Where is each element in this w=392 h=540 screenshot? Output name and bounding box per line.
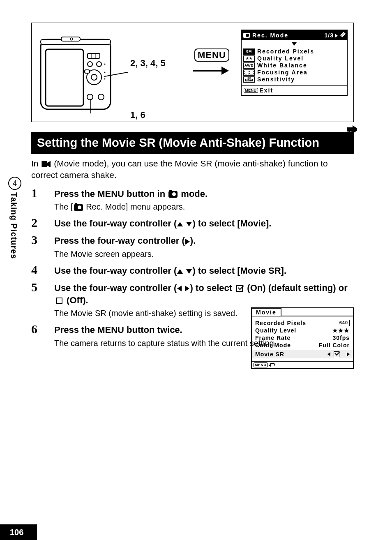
rec-mode-menu-header: Rec. Mode 1/3	[242, 30, 347, 40]
step-1: 1 Press the MENU button in mode. The [ R…	[31, 186, 354, 213]
menu-button-label: MENU	[244, 88, 258, 93]
triangle-down-icon	[186, 222, 192, 226]
page-number: 106	[0, 524, 37, 540]
triangle-left-icon	[177, 286, 182, 291]
camera-icon	[74, 204, 83, 211]
step-4: 4 Use the four-way controller ( ) to sel…	[31, 263, 354, 277]
triangle-down-icon	[186, 269, 192, 274]
movie-menu-title: Movie	[251, 308, 281, 316]
checkbox-checked-icon	[236, 285, 243, 292]
movie-menu-value: 30fps	[332, 335, 350, 341]
badge-stars-icon: ★★	[243, 55, 255, 62]
chevron-right-icon	[335, 34, 338, 38]
setup-icon	[339, 31, 347, 38]
diagram-box: 2, 3, 4, 5 1, 6 MENU Rec. Mode 1/3 8M Re…	[31, 23, 354, 122]
svg-point-8	[88, 62, 92, 67]
step-number: 5	[31, 280, 54, 319]
step-title: Use the four-way controller ( ) to selec…	[54, 282, 354, 306]
step-number: 4	[31, 263, 54, 277]
movie-menu-value: Full Color	[319, 342, 350, 348]
page-indicator: 1/3	[325, 32, 345, 39]
footer-exit-label: Exit	[260, 87, 274, 94]
movie-menu-row: Recorded Pixels 640	[255, 320, 350, 326]
movie-menu-value: ★★★	[332, 327, 350, 334]
movie-menu-label: Color Mode	[255, 342, 291, 348]
return-arrow-icon	[270, 363, 275, 367]
menu-button-label: MENU	[254, 362, 268, 367]
step-title: Press the MENU button in mode.	[54, 188, 354, 200]
step-description: The Movie screen appears.	[54, 249, 354, 260]
svg-point-24	[348, 132, 350, 134]
movie-menu-row: Color Mode Full Color	[255, 342, 350, 348]
side-tab: 4 Taking Pictures	[9, 177, 21, 259]
step-title: Use the four-way controller ( ) to selec…	[54, 217, 354, 230]
menu-item-label: Recorded Pixels	[257, 48, 314, 55]
movie-menu-label: Quality Level	[255, 327, 296, 334]
triangle-up-icon	[177, 222, 183, 226]
intro-text: In (Movie mode), you can use the Movie S…	[31, 158, 344, 181]
movie-menu-label: Frame Rate	[255, 335, 291, 341]
svg-rect-2	[61, 37, 80, 41]
movie-sr-row: Movie SR	[252, 350, 353, 358]
movie-menu-row: Frame Rate 30fps	[255, 335, 350, 341]
menu-item-label: Sensitivity	[257, 76, 295, 83]
rec-mode-footer: MENU Exit	[242, 85, 347, 95]
menu-item-label: White Balance	[257, 62, 307, 69]
step-number: 2	[31, 216, 54, 230]
movie-menu-footer: MENU	[252, 361, 353, 368]
svg-rect-4	[46, 49, 83, 106]
triangle-right-icon	[347, 352, 350, 356]
badge-focus-icon	[243, 69, 255, 76]
rec-mode-title: Rec. Mode	[252, 32, 288, 39]
svg-point-15	[104, 78, 106, 80]
badge-awb-icon: AWB	[243, 62, 255, 69]
movie-mode-tab-icon	[347, 125, 357, 134]
svg-point-14	[104, 72, 106, 73]
svg-point-18	[98, 94, 104, 100]
checkbox-empty-icon	[56, 298, 62, 304]
triangle-left-icon	[327, 352, 330, 356]
step-number: 6	[31, 322, 54, 349]
triangle-right-icon	[185, 239, 190, 245]
svg-rect-5	[88, 53, 100, 58]
menu-item: ISOAUTO Sensitivity	[243, 76, 345, 83]
step-number: 1	[31, 186, 54, 213]
step-description: The [ Rec. Mode] menu appears.	[54, 201, 354, 212]
movie-menu-row: Quality Level ★★★	[255, 327, 350, 334]
svg-marker-23	[221, 67, 229, 75]
triangle-up-icon	[177, 269, 183, 274]
step-title: Use the four-way controller ( ) to selec…	[54, 265, 354, 277]
svg-rect-12	[85, 70, 90, 73]
step-2: 2 Use the four-way controller ( ) to sel…	[31, 216, 354, 230]
step-3: 3 Press the four-way controller (). The …	[31, 233, 354, 260]
rec-mode-menu: Rec. Mode 1/3 8M Recorded Pixels ★★ Qual…	[241, 30, 348, 96]
triangle-right-icon	[185, 286, 189, 291]
page: 2, 3, 4, 5 1, 6 MENU Rec. Mode 1/3 8M Re…	[31, 23, 354, 352]
movie-sr-label: Movie SR	[255, 351, 284, 358]
svg-point-13	[104, 64, 106, 65]
camera-illustration	[37, 31, 128, 113]
checkbox-checked-icon	[334, 351, 339, 357]
chapter-number: 4	[8, 177, 21, 190]
svg-point-25	[351, 132, 353, 134]
svg-point-11	[91, 74, 97, 80]
svg-point-17	[89, 96, 91, 98]
menu-button-label: MENU	[194, 48, 229, 62]
badge-iso-icon: ISOAUTO	[243, 76, 255, 83]
movie-icon	[42, 161, 51, 167]
chevron-down-icon	[292, 42, 297, 46]
arrow-icon	[192, 66, 229, 76]
movie-menu-value: 640	[338, 320, 350, 326]
menu-item: 8M Recorded Pixels	[243, 48, 345, 55]
movie-menu: Movie Recorded Pixels 640 Quality Level …	[251, 307, 354, 369]
menu-item-label: Focusing Area	[257, 69, 308, 76]
step-title: Press the four-way controller ().	[54, 235, 354, 247]
movie-menu-label: Recorded Pixels	[255, 320, 306, 326]
chapter-title: Taking Pictures	[9, 192, 18, 259]
camera-icon	[168, 191, 178, 198]
menu-item-label: Quality Level	[257, 55, 304, 62]
badge-8m-icon: 8M	[243, 48, 255, 55]
diagram-step-labels: 2, 3, 4, 5 1, 6	[130, 58, 166, 120]
section-heading: Setting the Movie SR (Movie Anti-Shake) …	[31, 132, 354, 154]
svg-point-9	[97, 62, 101, 67]
